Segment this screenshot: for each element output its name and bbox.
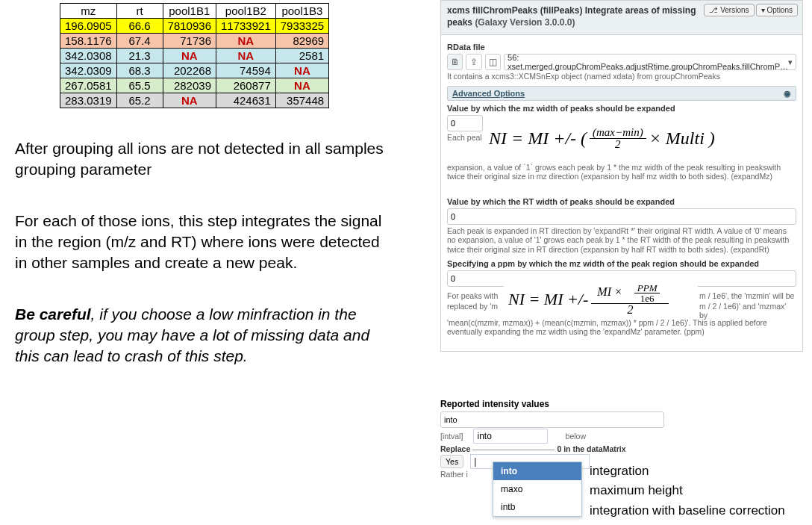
table-cell: NA: [216, 34, 275, 49]
dropdown-option-intb[interactable]: intb: [493, 498, 581, 516]
table-cell: 342.0309: [60, 63, 117, 78]
table-cell: 7810936: [163, 19, 216, 34]
table-row: 267.058165.5282039260877NA: [60, 78, 329, 93]
table-row: 283.031965.2NA424631357448: [60, 93, 329, 108]
warning-bold: Be careful: [15, 305, 91, 323]
file-browse-icon[interactable]: 🗎: [447, 54, 463, 70]
ppm-label: Specifying a ppm by which the mz width o…: [447, 259, 796, 268]
expand-mz-help: expansion, a value of `1` grows each pea…: [447, 163, 796, 181]
replace-label: Replace: [440, 444, 470, 453]
table-cell: 342.0308: [60, 49, 117, 63]
table-row: 342.030968.320226874594NA: [60, 63, 329, 78]
table-cell: 21.3: [116, 49, 163, 63]
table-row: 158.117667.471736NA82969: [60, 34, 329, 49]
caret-down-icon: ▾: [761, 6, 765, 14]
below-label: below: [566, 432, 586, 441]
paragraph-3: Be careful, if you choose a low minfract…: [15, 304, 396, 367]
yes-button[interactable]: Yes: [440, 455, 463, 468]
table-cell: 158.1176: [60, 34, 117, 49]
eye-icon: ◉: [784, 89, 791, 99]
expand-rt-help: Each peak is expanded in RT direction by…: [447, 226, 796, 255]
expand-rt-input[interactable]: [447, 208, 796, 225]
table-cell: NA: [216, 49, 275, 63]
paragraph-2: For each of those ions, this step integr…: [15, 211, 396, 274]
expand-mz-help-top: Each peal: [447, 133, 482, 143]
table-cell: 282039: [163, 78, 216, 93]
ppm-help-right1: m / 1e6', the 'mzmin' will be: [699, 291, 796, 301]
intval-search[interactable]: [473, 429, 548, 444]
dropdown-option-maxo[interactable]: maxo: [493, 480, 581, 498]
col-mz: mz: [60, 4, 117, 19]
table-cell: 283.0319: [60, 93, 117, 108]
ppm-help-left1: For peaks with: [447, 291, 499, 301]
formula-mz: NI = MI +/- ( (max−min) 2 × Multi ): [484, 124, 783, 154]
table-cell: 11733921: [216, 19, 275, 34]
intensity-panel: Reported intensity values [intval] below…: [440, 396, 806, 479]
tool-version: (Galaxy Version 3.0.0.0): [475, 17, 575, 28]
table-cell: NA: [163, 49, 216, 63]
options-button[interactable]: ▾ Options: [756, 4, 798, 16]
rdata-help: It contains a xcms3::XCMSnExp object (na…: [447, 72, 796, 81]
ppm-help-left2: replaced by 'm: [447, 302, 499, 311]
expand-mz-label: Value by which the mz width of peaks sho…: [447, 104, 796, 113]
advanced-options-toggle[interactable]: Advanced Options ◉: [447, 86, 796, 101]
table-cell: 202268: [163, 63, 216, 78]
table-cell: NA: [275, 78, 328, 93]
dropdown-option-into[interactable]: into: [493, 462, 581, 480]
table-cell: 267.0581: [60, 78, 117, 93]
intensity-header: Reported intensity values: [440, 399, 806, 409]
col-rt: rt: [116, 4, 163, 19]
replace-after: 0 in the dataMatrix: [557, 444, 625, 453]
table-cell: 65.5: [116, 78, 163, 93]
file-upload-icon[interactable]: ⇪: [466, 54, 481, 70]
table-cell: 66.6: [116, 19, 163, 34]
col-pool1B3: pool1B3: [275, 4, 328, 19]
intensity-input[interactable]: [440, 411, 664, 428]
versions-button[interactable]: ⎇ Versions: [704, 4, 754, 16]
table-cell: 424631: [216, 93, 275, 108]
col-pool1B2: pool1B2: [216, 4, 275, 19]
rdata-label: RData file: [447, 43, 796, 52]
table-cell: 196.0905: [60, 19, 117, 34]
col-pool1B1: pool1B1: [163, 4, 216, 19]
expand-mz-input[interactable]: [447, 115, 483, 131]
galaxy-header: xcms fillChromPeaks (fillPeaks) Integrat…: [441, 1, 802, 35]
table-row: 196.090566.67810936117339217933325: [60, 19, 329, 34]
definition: integration: [590, 462, 785, 481]
file-list-icon[interactable]: ◫: [485, 54, 501, 70]
table-cell: 2581: [275, 49, 328, 63]
table-cell: 357448: [275, 93, 328, 108]
definition: integration with baseline correction: [590, 501, 785, 521]
table-cell: 65.2: [116, 93, 163, 108]
paragraph-1: After grouping all ions are not detected…: [15, 138, 396, 181]
expand-rt-label: Value by which the RT width of peaks sho…: [447, 197, 796, 206]
table-cell: 74594: [216, 63, 275, 78]
table-cell: NA: [163, 93, 216, 108]
rdata-file-select[interactable]: 56: xset.merged.groupChromPeaks.adjustRt…: [504, 54, 796, 70]
intval-label: [intval]: [440, 432, 463, 441]
table-cell: 260877: [216, 78, 275, 93]
table-cell: 82969: [275, 34, 328, 49]
formula-ppm: NI = MI +/- MI × PPM 1e6 2: [504, 282, 698, 317]
table-cell: 7933325: [275, 19, 328, 34]
definition: maximum height: [590, 481, 785, 500]
table-cell: 71736: [163, 34, 216, 49]
table-cell: 67.4: [116, 34, 163, 49]
table-cell: 68.3: [116, 63, 163, 78]
table-cell: NA: [275, 63, 328, 78]
data-table: mzrtpool1B1pool1B2pool1B3 196.090566.678…: [60, 3, 329, 108]
table-row: 342.030821.3NANA2581: [60, 49, 329, 63]
rather-label: Rather i: [440, 470, 468, 479]
branch-icon: ⎇: [709, 6, 718, 14]
ppm-help-bottom: 'mean(c(mzmir, mzmax)) + (mean(c(mzmin, …: [447, 318, 796, 337]
intensity-dropdown[interactable]: intomaxointb: [493, 462, 582, 517]
galaxy-panel: xcms fillChromPeaks (fillPeaks) Integrat…: [440, 0, 803, 352]
intensity-definitions: integrationmaximum heightintegration wit…: [590, 462, 785, 521]
